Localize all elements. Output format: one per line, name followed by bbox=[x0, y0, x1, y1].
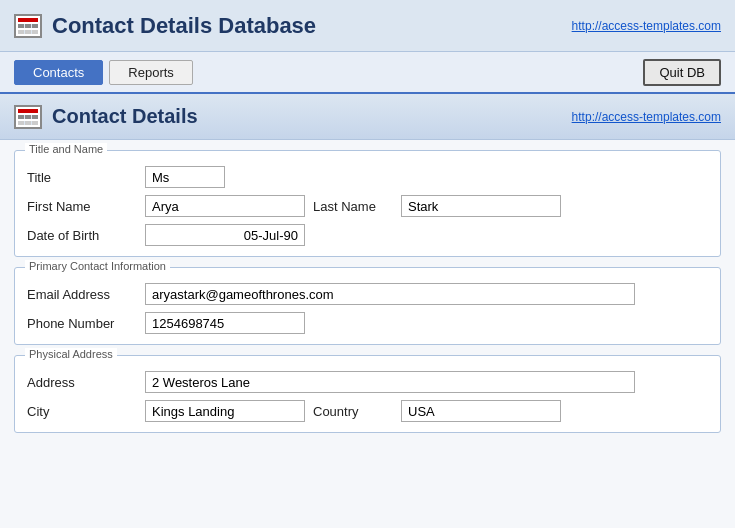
city-label: City bbox=[27, 404, 137, 419]
quit-button[interactable]: Quit DB bbox=[643, 59, 721, 86]
name-row: First Name Last Name bbox=[27, 195, 708, 217]
app-header: Contact Details Database http://access-t… bbox=[0, 0, 735, 52]
city-input[interactable] bbox=[145, 400, 305, 422]
dob-label: Date of Birth bbox=[27, 228, 137, 243]
firstname-label: First Name bbox=[27, 199, 137, 214]
section-header: Contact Details http://access-templates.… bbox=[0, 94, 735, 140]
phone-label: Phone Number bbox=[27, 316, 137, 331]
reports-button[interactable]: Reports bbox=[109, 60, 193, 85]
country-label: Country bbox=[313, 404, 393, 419]
primary-contact-group: Primary Contact Information Email Addres… bbox=[14, 267, 721, 345]
lastname-label: Last Name bbox=[313, 199, 393, 214]
app-title: Contact Details Database bbox=[52, 13, 316, 39]
primary-contact-legend: Primary Contact Information bbox=[25, 260, 170, 272]
toolbar: Contacts Reports Quit DB bbox=[0, 52, 735, 94]
lastname-input[interactable] bbox=[401, 195, 561, 217]
title-row: Title bbox=[27, 166, 708, 188]
section-icon bbox=[14, 105, 42, 129]
physical-address-legend: Physical Address bbox=[25, 348, 117, 360]
address-input[interactable] bbox=[145, 371, 635, 393]
email-input[interactable] bbox=[145, 283, 635, 305]
firstname-input[interactable] bbox=[145, 195, 305, 217]
physical-address-group: Physical Address Address City Country bbox=[14, 355, 721, 433]
title-name-group: Title and Name Title First Name Last Nam… bbox=[14, 150, 721, 257]
dob-input[interactable] bbox=[145, 224, 305, 246]
city-country-row: City Country bbox=[27, 400, 708, 422]
phone-input[interactable] bbox=[145, 312, 305, 334]
main-content: Title and Name Title First Name Last Nam… bbox=[0, 140, 735, 528]
address-label: Address bbox=[27, 375, 137, 390]
app-icon bbox=[14, 14, 42, 38]
dob-row: Date of Birth bbox=[27, 224, 708, 246]
title-name-legend: Title and Name bbox=[25, 143, 107, 155]
email-row: Email Address bbox=[27, 283, 708, 305]
email-label: Email Address bbox=[27, 287, 137, 302]
address-row: Address bbox=[27, 371, 708, 393]
section-link[interactable]: http://access-templates.com bbox=[572, 110, 721, 124]
country-input[interactable] bbox=[401, 400, 561, 422]
title-label: Title bbox=[27, 170, 137, 185]
section-title: Contact Details bbox=[52, 105, 198, 128]
title-input[interactable] bbox=[145, 166, 225, 188]
contacts-button[interactable]: Contacts bbox=[14, 60, 103, 85]
app-header-link[interactable]: http://access-templates.com bbox=[572, 19, 721, 33]
phone-row: Phone Number bbox=[27, 312, 708, 334]
